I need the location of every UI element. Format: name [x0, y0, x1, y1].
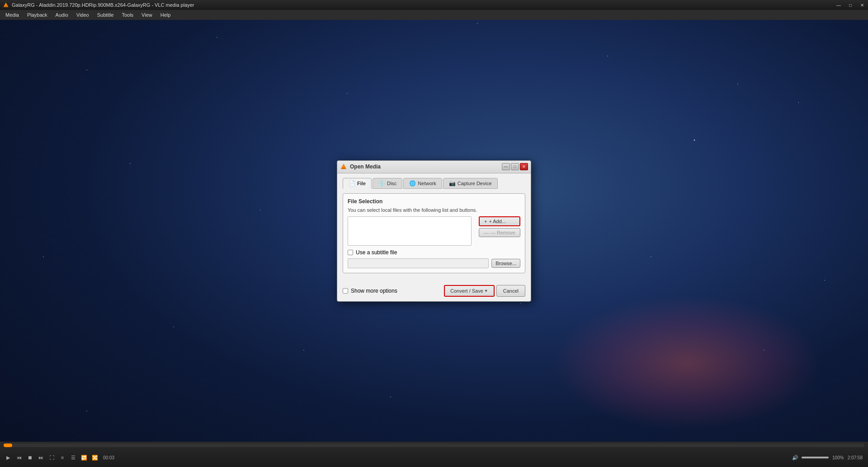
menu-item-audio[interactable]: Audio [52, 11, 72, 19]
browse-button[interactable]: Browse... [491, 259, 520, 268]
file-row: + + Add... — — Remove [348, 216, 520, 246]
add-button[interactable]: + + Add... [479, 216, 520, 226]
section-desc: You can select local files with the foll… [348, 207, 520, 213]
next-button[interactable]: ⏭ [36, 453, 45, 462]
dropdown-arrow-icon: ▼ [484, 289, 488, 293]
svg-rect-2 [5, 7, 8, 7]
show-more-row: Show more options [343, 288, 440, 294]
convert-save-button[interactable]: Convert / Save ▼ [444, 285, 495, 297]
add-remove-buttons: + + Add... — — Remove [479, 216, 520, 246]
playlist-button[interactable]: ☰ [69, 453, 78, 462]
title-bar-left: GalaxyRG - Aladdin.2019.720p.HDRip.900MB… [0, 2, 194, 8]
time-current: 00:03 [103, 455, 114, 460]
vlc-dialog-icon [340, 163, 347, 170]
volume-slider[interactable] [802, 457, 829, 458]
seek-fill [4, 444, 12, 447]
dialog-body: 📄 File 💿 Disc 🌐 Network 📷 Capture Device [337, 173, 531, 281]
time-total: 2:07:58 [848, 455, 863, 460]
remove-button[interactable]: — — Remove [479, 228, 520, 237]
file-list-area[interactable] [348, 216, 472, 246]
subtitle-checkbox-row: Use a subtitle file [348, 249, 520, 256]
vlc-icon [3, 2, 9, 8]
title-bar-buttons: — □ ✕ [833, 0, 868, 10]
minimize-button[interactable]: — [833, 0, 844, 10]
svg-rect-1 [5, 6, 7, 7]
menu-item-tools[interactable]: Tools [118, 11, 137, 19]
menu-item-subtitle[interactable]: Subtitle [94, 11, 118, 19]
dialog-title-left: Open Media [340, 163, 381, 170]
dialog-title-text: Open Media [350, 163, 381, 170]
mute-button[interactable]: 🔊 [791, 453, 800, 462]
svg-rect-4 [342, 168, 345, 168]
tab-capture[interactable]: 📷 Capture Device [443, 178, 498, 189]
volume-label: 100% [832, 455, 844, 460]
section-title: File Selection [348, 198, 520, 205]
show-more-checkbox[interactable] [343, 288, 348, 294]
bottom-bar: ▶ ⏮ ⏹ ⏭ ⛶ ≡ ☰ 🔁 🔀 00:03 🔊 100% 2:07:58 [0, 442, 868, 467]
cancel-button[interactable]: Cancel [496, 285, 525, 297]
tab-file-label: File [357, 181, 366, 186]
title-bar: GalaxyRG - Aladdin.2019.720p.HDRip.900MB… [0, 0, 868, 10]
menu-item-help[interactable]: Help [157, 11, 175, 19]
dialog-area: Open Media — □ ✕ 📄 File 💿 Disc [0, 20, 868, 442]
menu-item-media[interactable]: Media [2, 11, 23, 19]
title-bar-text: GalaxyRG - Aladdin.2019.720p.HDRip.900MB… [12, 2, 194, 8]
file-tab-icon: 📄 [349, 180, 355, 187]
tab-disc[interactable]: 💿 Disc [373, 178, 402, 189]
controls-row: ▶ ⏮ ⏹ ⏭ ⛶ ≡ ☰ 🔁 🔀 00:03 🔊 100% 2:07:58 [0, 448, 868, 467]
tab-network[interactable]: 🌐 Network [403, 178, 442, 189]
dialog-close-button[interactable]: ✕ [520, 163, 528, 170]
menu-item-playback[interactable]: Playback [24, 11, 51, 19]
capture-tab-icon: 📷 [449, 180, 456, 187]
play-button[interactable]: ▶ [4, 453, 13, 462]
extended-button[interactable]: ≡ [58, 453, 67, 462]
dialog-maximize-button[interactable]: □ [511, 163, 519, 170]
tab-file[interactable]: 📄 File [343, 178, 372, 189]
stop-button[interactable]: ⏹ [25, 453, 34, 462]
dialog-title-buttons: — □ ✕ [502, 163, 528, 170]
prev-button[interactable]: ⏮ [14, 453, 24, 462]
menu-item-view[interactable]: View [138, 11, 156, 19]
convert-save-label: Convert / Save [450, 288, 483, 294]
dialog-minimize-button[interactable]: — [502, 163, 510, 170]
subtitle-input[interactable] [348, 258, 489, 268]
subtitle-checkbox[interactable] [348, 250, 353, 255]
menu-bar: Media Playback Audio Video Subtitle Tool… [0, 10, 868, 20]
dialog-title-bar: Open Media — □ ✕ [337, 161, 531, 173]
add-icon: + [484, 219, 487, 224]
fullscreen-button[interactable]: ⛶ [47, 453, 56, 462]
menu-item-video[interactable]: Video [73, 11, 93, 19]
loop-button[interactable]: 🔁 [80, 453, 89, 462]
disc-tab-icon: 💿 [378, 180, 385, 187]
maximize-button[interactable]: □ [844, 0, 856, 10]
subtitle-input-row: Browse... [348, 258, 520, 268]
seek-bar[interactable] [4, 444, 864, 447]
network-tab-icon: 🌐 [409, 180, 416, 187]
open-media-dialog: Open Media — □ ✕ 📄 File 💿 Disc [337, 160, 531, 302]
tab-disc-label: Disc [387, 181, 396, 186]
volume-fill [802, 457, 829, 458]
remove-icon: — [484, 230, 489, 235]
file-selection-box: File Selection You can select local file… [343, 193, 525, 273]
close-button[interactable]: ✕ [856, 0, 868, 10]
svg-rect-5 [342, 168, 345, 169]
dialog-footer: Show more options Convert / Save ▼ Cance… [337, 281, 531, 301]
tab-network-label: Network [418, 181, 436, 186]
shuffle-button[interactable]: 🔀 [90, 453, 99, 462]
tab-capture-label: Capture Device [458, 181, 492, 186]
show-more-label: Show more options [351, 288, 397, 294]
tabs: 📄 File 💿 Disc 🌐 Network 📷 Capture Device [343, 178, 525, 189]
footer-buttons: Convert / Save ▼ Cancel [444, 285, 525, 297]
subtitle-checkbox-label: Use a subtitle file [356, 249, 397, 256]
